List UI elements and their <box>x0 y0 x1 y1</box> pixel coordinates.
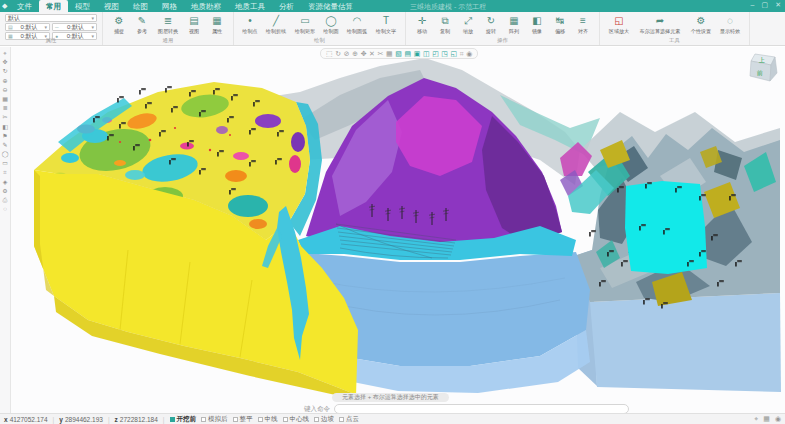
display-effects-button[interactable]: ◌显示特效 <box>716 14 744 36</box>
add-icon[interactable]: ⊕ <box>352 50 358 57</box>
zoom-in-icon[interactable]: ⊕ <box>2 78 7 84</box>
view-button[interactable]: ▤视图 <box>183 14 205 36</box>
scale-button[interactable]: ⤢缩放 <box>457 14 479 36</box>
legend-centerline[interactable]: 中线 <box>258 415 278 424</box>
pointer-icon[interactable]: ⌖ <box>3 50 6 56</box>
legend-leveling[interactable]: 整平 <box>233 415 253 424</box>
legend-slope[interactable]: 边坡 <box>314 415 334 424</box>
tab-common[interactable]: 常用 <box>39 0 68 12</box>
close-icon[interactable]: ✕ <box>775 1 781 9</box>
checkbox-icon[interactable] <box>339 417 344 422</box>
edit-icon[interactable]: ✎ <box>2 142 7 148</box>
mesh-icon[interactable]: ⌗ <box>3 169 6 175</box>
tab-analysis[interactable]: 分析 <box>272 0 301 12</box>
cut-icon[interactable]: ✂ <box>378 50 384 57</box>
checkbox-icon[interactable] <box>233 417 238 422</box>
rotate-button[interactable]: ↻旋转 <box>480 14 502 36</box>
tab-model[interactable]: 模型 <box>68 0 97 12</box>
draw-rect-button[interactable]: ▭绘制矩形 <box>291 14 319 36</box>
pan-icon[interactable]: ✥ <box>361 50 367 57</box>
personal-settings-button[interactable]: ⚙个性设置 <box>687 14 715 36</box>
disable-icon[interactable]: ⊘ <box>344 50 350 57</box>
mirror-button[interactable]: ◧镜像 <box>526 14 548 36</box>
boolean-select-button[interactable]: ➦布尔运算选择元素 <box>634 14 686 36</box>
legend-pre-excavation[interactable]: 开挖前 <box>170 415 197 424</box>
crosshair-icon[interactable]: ⌖ <box>754 415 758 423</box>
tab-geo-tools[interactable]: 地质工具 <box>228 0 272 12</box>
solid-mode-icon[interactable]: ▣ <box>414 50 421 57</box>
rotate-icon: ↻ <box>487 14 495 27</box>
help-icon[interactable]: ◌ <box>3 206 7 212</box>
tab-geo-survey[interactable]: 地质勘察 <box>184 0 228 12</box>
legend-post-simulation[interactable]: 模拟后 <box>201 415 228 424</box>
copy-button[interactable]: ⧉复制 <box>434 14 456 36</box>
corner-bl-icon[interactable]: ◱ <box>451 50 458 57</box>
move-button[interactable]: ✛移动 <box>411 14 433 36</box>
snap-button[interactable]: ⚙捕捉 <box>108 14 130 36</box>
layer-select[interactable]: ▤0:默认▾ <box>5 23 50 31</box>
align-button[interactable]: ≡对齐 <box>572 14 594 36</box>
corner-tl-icon[interactable]: ◰ <box>432 50 439 57</box>
legend-axis-line[interactable]: 中心线 <box>283 415 310 424</box>
grid-icon[interactable]: ▦ <box>2 96 8 102</box>
tab-draw[interactable]: 绘图 <box>126 0 155 12</box>
grid-view-icon[interactable]: ▦ <box>386 50 393 57</box>
undo-view-icon[interactable]: ↻ <box>335 50 341 57</box>
print-icon[interactable]: ⎙ <box>3 197 8 203</box>
tab-mesh[interactable]: 网格 <box>155 0 184 12</box>
select-box-icon[interactable]: ⬚ <box>326 50 333 57</box>
checkbox-icon[interactable] <box>201 417 206 422</box>
draw-circle-button[interactable]: ◯绘制圆 <box>320 14 342 36</box>
mirror-icon[interactable]: ◧ <box>2 124 8 130</box>
flag-icon[interactable]: ⚑ <box>2 133 7 139</box>
reference-icon: ✎ <box>138 14 146 27</box>
minimize-icon[interactable]: – <box>751 1 755 9</box>
layer-convert-button[interactable]: ≣图层转换 <box>154 14 182 36</box>
settings-icon[interactable]: ⚙ <box>2 188 7 194</box>
chevron-down-icon: ▾ <box>91 15 94 21</box>
shade-mode-icon[interactable]: ▧ <box>395 50 402 57</box>
target-icon[interactable]: ◉ <box>466 50 472 57</box>
cut-icon[interactable]: ✂ <box>2 114 7 120</box>
checkbox-icon[interactable] <box>314 417 319 422</box>
draw-point-button[interactable]: •绘制点 <box>239 14 261 36</box>
rect-tool-icon[interactable]: ▭ <box>2 160 8 166</box>
zoom-out-icon[interactable]: ⊖ <box>2 87 7 93</box>
pan-icon[interactable]: ✥ <box>2 59 7 65</box>
tab-view[interactable]: 视图 <box>97 0 126 12</box>
reference-button[interactable]: ✎参考 <box>131 14 153 36</box>
draw-text-button[interactable]: T绘制文字 <box>372 14 400 36</box>
circle-tool-icon[interactable]: ◯ <box>2 151 9 157</box>
checkbox-checked-icon[interactable] <box>170 417 175 422</box>
legend-label: 整平 <box>240 415 253 424</box>
orbit-icon[interactable]: ↻ <box>2 68 7 74</box>
grid-toggle-icon[interactable]: ▦ <box>763 415 770 423</box>
tab-resource-estimate[interactable]: 资源储量估算 <box>301 0 360 12</box>
divider: | <box>108 416 110 423</box>
layers-icon[interactable]: ≣ <box>2 105 7 111</box>
tab-file[interactable]: 文件 <box>10 0 39 12</box>
view-cube[interactable]: 上 前 <box>747 50 783 86</box>
legend-point-cloud[interactable]: 点云 <box>339 415 359 424</box>
maximize-icon[interactable]: ▢ <box>762 1 769 9</box>
split-view-icon[interactable]: ◫ <box>423 50 430 57</box>
3d-viewport[interactable]: ⬚ ↻ ⊘ ⊕ ✥ ✕ ✂ ▦ ▧ ▤ ▣ ◫ ◰ ◳ ◱ ⌗ ◉ 上 前 元素… <box>11 47 785 413</box>
copy-icon: ⧉ <box>441 14 448 27</box>
array-button[interactable]: ▦阵列 <box>503 14 525 36</box>
corner-tr-icon[interactable]: ◳ <box>441 50 448 57</box>
clear-icon[interactable]: ✕ <box>369 50 375 57</box>
record-icon[interactable]: ◉ <box>775 415 781 423</box>
zoom-region-button[interactable]: ◱区域放大 <box>605 14 633 36</box>
checkbox-icon[interactable] <box>258 417 263 422</box>
draw-polyline-button[interactable]: ╱绘制折线 <box>262 14 290 36</box>
gem-icon[interactable]: ◈ <box>3 179 8 185</box>
properties-button[interactable]: ▦属性 <box>206 14 228 36</box>
checkbox-icon[interactable] <box>283 417 288 422</box>
offset-button[interactable]: ↹偏移 <box>549 14 571 36</box>
command-input[interactable] <box>334 404 629 413</box>
linetype-select[interactable]: ─0:默认▾ <box>52 23 97 31</box>
mesh-toggle-icon[interactable]: ⌗ <box>460 50 464 57</box>
wire-mode-icon[interactable]: ▤ <box>404 50 411 57</box>
style-main-select[interactable]: 默认 ▾ <box>5 14 97 22</box>
draw-arc-button[interactable]: ◠绘制圆弧 <box>343 14 371 36</box>
